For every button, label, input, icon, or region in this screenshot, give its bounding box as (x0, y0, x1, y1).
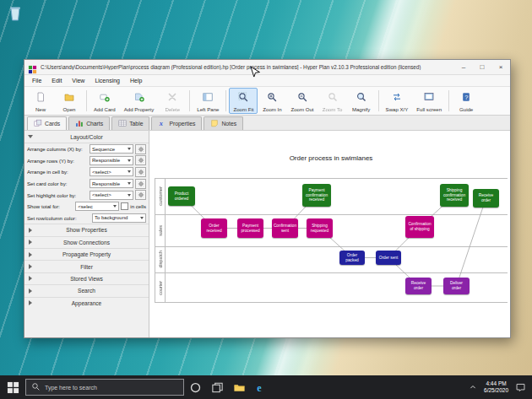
card-confirmation-sent[interactable]: Confirmation sent (272, 218, 298, 238)
gear-button[interactable] (135, 179, 146, 189)
field-arrange-rows-y-by-dropdown[interactable]: Responsible (90, 156, 133, 165)
field-set-row-column-color-dropdown[interactable]: To background (92, 213, 146, 223)
toolbar-open-button[interactable]: Open (55, 88, 84, 114)
toolbar-new-button[interactable]: New (26, 88, 55, 114)
section-label: Search (78, 288, 95, 294)
dropdown-value: <select> (92, 192, 128, 197)
recycle-bin-icon[interactable] (7, 5, 24, 24)
toolbar-add-card-button[interactable]: Add Card (90, 88, 120, 114)
toolbar-button-label: Zoom Fit (233, 106, 253, 112)
taskbar-clock[interactable]: 4:44 PM 6/25/2020 (484, 380, 508, 395)
card-order-sent[interactable]: Order sent (376, 251, 401, 265)
section-propagate-property[interactable]: Propagate Property (24, 248, 149, 260)
pane-sections: Show PropertiesShow ConnectionsPropagate… (24, 224, 149, 309)
toolbar-zoom-in-button[interactable]: Zoom In (258, 88, 286, 114)
section-appearance[interactable]: Appearance (24, 297, 149, 309)
menu-edit[interactable]: Edit (46, 78, 67, 84)
section-label: Stored Views (70, 276, 103, 282)
left-pane-icon (203, 90, 213, 105)
file-explorer-icon[interactable] (228, 375, 250, 399)
gear-button[interactable] (135, 155, 146, 165)
card-payment-processed[interactable]: Payment processed (237, 218, 263, 238)
toolbar-zoom-to-button: Zoom To (318, 88, 347, 114)
field-label: Arrange rows (Y) by: (27, 158, 88, 164)
section-stored-views[interactable]: Stored Views (24, 272, 149, 284)
dropdown-value: Responsible (92, 181, 128, 186)
chevron-right-icon (29, 300, 32, 305)
card-shipping-confirmation-received[interactable]: Shipping confirmation received (440, 184, 469, 207)
toolbar-swap-x-y-button[interactable]: Swap X/Y (382, 88, 413, 114)
section-show-connections[interactable]: Show Connections (24, 236, 149, 248)
gear-button[interactable] (135, 190, 146, 200)
section-label: Propagate Property (62, 251, 111, 257)
toolbar-full-screen-button[interactable]: Full screen (412, 88, 446, 114)
section-label: Show Properties (66, 227, 106, 233)
diagram-canvas[interactable]: Order process in swimlanes customersales… (149, 131, 510, 337)
task-view-icon[interactable] (206, 375, 228, 399)
toolbar-add-property-button[interactable]: Add Property (120, 88, 159, 114)
maximize-button[interactable]: □ (473, 61, 491, 74)
tab-bar: CardsChartsTablexPropertiesNotes (24, 116, 510, 131)
menu-view[interactable]: View (67, 78, 90, 84)
toolbar-zoom-out-button[interactable]: Zoom Out (286, 88, 318, 114)
gear-button[interactable] (135, 144, 146, 154)
field-set-card-color-by-dropdown[interactable]: Responsible (90, 179, 133, 188)
card-order-received[interactable]: Order received (201, 218, 227, 238)
toolbar-magnify-button[interactable]: Magnify (347, 88, 376, 114)
field-show-total-for-dropdown[interactable]: <selec (75, 202, 119, 211)
in-cells-checkbox[interactable] (121, 202, 128, 210)
mouse-cursor (250, 66, 260, 79)
card-deliver-order[interactable]: Deliver order (443, 278, 470, 294)
tab-label: Properties (169, 121, 195, 127)
menu-bar: FileEditViewLicensingHelp (24, 75, 510, 87)
system-tray: 4:44 PM 6/25/2020 (466, 375, 532, 399)
card-receive-order[interactable]: Receive order (405, 278, 432, 294)
chevron-up-icon[interactable] (466, 375, 480, 399)
close-button[interactable]: × (491, 61, 510, 74)
field-arrange-columns-x-by-dropdown[interactable]: Sequence (90, 144, 133, 154)
field-set-highlight-color-by-dropdown[interactable]: <select> (90, 191, 133, 200)
tab-properties[interactable]: xProperties (151, 116, 202, 130)
toolbar-button-label: Zoom In (263, 106, 281, 112)
minimize-button[interactable]: – (454, 61, 473, 74)
fullscreen-icon (424, 90, 434, 105)
card-payment-confirmation-received[interactable]: Payment confirmation received (302, 184, 331, 207)
notification-icon[interactable] (513, 375, 528, 399)
field-label: Set row/column color: (27, 215, 90, 221)
menu-help[interactable]: Help (125, 78, 147, 84)
chevron-right-icon (29, 240, 32, 245)
section-show-properties[interactable]: Show Properties (24, 224, 149, 235)
folder-icon (64, 90, 74, 105)
tab-table[interactable]: Table (111, 116, 149, 130)
field-label: Arrange in cell by: (27, 169, 88, 175)
toolbar-guide-button[interactable]: ?Guide (452, 88, 480, 114)
menu-file[interactable]: File (27, 78, 46, 84)
add-card-icon (100, 90, 110, 105)
chevron-down-icon (128, 159, 131, 162)
properties-icon: x (158, 119, 166, 128)
menu-licensing[interactable]: Licensing (90, 78, 125, 84)
tab-charts[interactable]: Charts (68, 116, 110, 130)
section-filter[interactable]: Filter (24, 260, 149, 272)
toolbar-separator (225, 90, 226, 111)
card-shipping-requested[interactable]: Shipping requested (307, 218, 333, 238)
edge-icon[interactable]: e (250, 375, 272, 399)
tab-notes[interactable]: Notes (204, 116, 243, 130)
card-confirmation-of-shipping[interactable]: Confirmation of shipping (405, 216, 434, 238)
taskbar-search[interactable]: Type here to search (25, 379, 184, 396)
gear-button[interactable] (135, 167, 146, 177)
title-bar[interactable]: C:\Users\andy\Documents\HyperPlan\proces… (24, 60, 510, 75)
field-arrange-in-cell-by-dropdown[interactable]: <select> (90, 167, 133, 176)
toolbar-left-pane-button[interactable]: Left Pane (193, 88, 223, 114)
tab-cards[interactable]: Cards (27, 116, 67, 130)
card-product-ordered[interactable]: Product ordered (168, 186, 195, 206)
start-button[interactable] (0, 375, 25, 399)
cortana-icon[interactable] (184, 375, 206, 399)
chevron-down-icon (128, 194, 131, 197)
toolbar-zoom-fit-button[interactable]: Zoom Fit (229, 88, 258, 114)
tab-label: Cards (45, 121, 60, 127)
card-receive-order[interactable]: Receive order (473, 189, 499, 208)
section-search[interactable]: Search (24, 284, 149, 296)
section-layout-color[interactable]: Layout/Color (24, 131, 149, 143)
card-order-packed[interactable]: Order packed (339, 251, 365, 265)
